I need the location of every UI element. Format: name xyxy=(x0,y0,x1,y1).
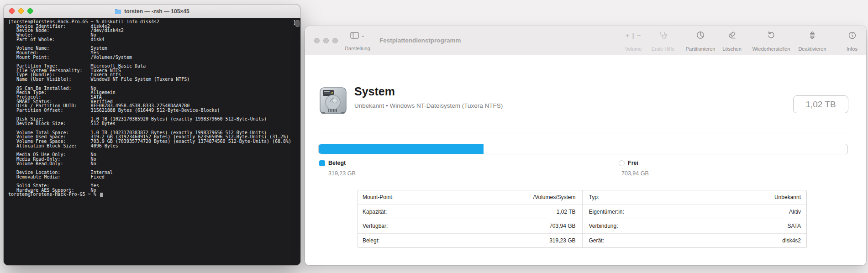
free-legend-value: 703,94 GB xyxy=(621,170,649,177)
terminal-output: [torsten@Torstens-Hack-Pro-G5 ~ % diskut… xyxy=(4,18,300,192)
disk-utility-window: ⌄ Darstellung Festplattendienstprogramm … xyxy=(305,26,866,265)
toolbar-first-aid-button[interactable]: Erste Hilfe xyxy=(647,31,679,52)
chevron-down-icon: ⌄ xyxy=(361,32,365,38)
restore-arrow-icon xyxy=(767,31,775,39)
toolbar-info-button[interactable]: Infos xyxy=(841,31,863,52)
usage-bar-fill xyxy=(319,144,484,154)
terminal-scrollbar[interactable] xyxy=(295,20,300,27)
row-value: Unbekannt xyxy=(774,194,801,200)
row-value: /Volumes/System xyxy=(533,194,576,200)
row-value: 703,94 GB xyxy=(549,223,575,229)
table-row: Verbindung: SATA xyxy=(583,219,807,234)
toolbar-erase-button[interactable]: Löschen xyxy=(718,31,746,52)
used-legend-value: 319,23 GB xyxy=(328,170,356,177)
divider xyxy=(319,133,849,133)
plus-minus-volume-icon: + | − xyxy=(625,31,641,39)
table-row: Eigentümer:in: Aktiv xyxy=(583,205,807,220)
volume-info-table: Mount-Point: /Volumes/System Kapazität: … xyxy=(358,190,807,248)
terminal-prompt: torsten@Torstens-Hack-Pro-G5 ~ % xyxy=(8,192,99,197)
terminal-title-text: torsten — -zsh — 105×45 xyxy=(124,8,189,15)
toolbar-restore-button[interactable]: Wiederherstellen xyxy=(746,31,796,52)
free-legend-swatch xyxy=(619,160,625,166)
usage-bar xyxy=(318,144,848,154)
used-legend-swatch xyxy=(319,160,325,166)
row-label: Gerät: xyxy=(589,237,604,244)
row-label: Verfügbar: xyxy=(363,223,388,229)
row-label: Kapazität: xyxy=(363,209,387,215)
zoom-button[interactable] xyxy=(332,38,338,43)
info-circle-icon xyxy=(848,31,856,39)
terminal-titlebar[interactable]: torsten — -zsh — 105×45 xyxy=(4,5,300,18)
toolbar-partition-button[interactable]: Partitionieren xyxy=(680,31,721,52)
view-button-label: Darstellung xyxy=(345,46,370,51)
row-label: Mount-Point: xyxy=(363,194,394,200)
table-row: Kapazität: 1,02 TB xyxy=(358,205,582,220)
table-row: Gerät: disk4s2 xyxy=(583,234,807,248)
table-row: Typ: Unbekannt xyxy=(583,190,807,205)
minimize-button[interactable] xyxy=(323,38,329,43)
toolbar-volume-button[interactable]: + | − Volume xyxy=(618,31,648,52)
table-row: Belegt: 319,23 GB xyxy=(358,234,582,248)
terminal-cursor xyxy=(100,193,103,197)
row-value: disk4s2 xyxy=(782,237,801,244)
view-button[interactable]: ⌄ Darstellung xyxy=(341,31,374,51)
eraser-icon xyxy=(727,31,736,39)
row-value: 1,02 TB xyxy=(557,209,576,215)
row-label: Belegt: xyxy=(363,237,379,244)
unmount-stack-icon xyxy=(808,31,816,39)
terminal-title: torsten — -zsh — 105×45 xyxy=(4,5,300,18)
folder-icon xyxy=(115,9,121,14)
sidebar-view-icon xyxy=(350,32,359,39)
pie-chart-icon xyxy=(696,31,705,39)
row-value: SATA xyxy=(787,223,801,229)
terminal-window: torsten — -zsh — 105×45 [torsten@Torsten… xyxy=(4,5,300,265)
terminal-prompt-line: torsten@Torstens-Hack-Pro-G5 ~ % xyxy=(4,192,300,197)
free-legend-label: Frei xyxy=(628,160,638,166)
disk-utility-content: System Unbekannt • Windows NT-Dateisyste… xyxy=(305,55,866,265)
toolbar-unmount-button[interactable]: Deaktivieren xyxy=(794,31,831,52)
row-value: 319,23 GB xyxy=(549,237,575,244)
window-title: Festplattendienstprogramm xyxy=(379,37,461,44)
row-label: Verbindung: xyxy=(589,223,618,229)
desktop: torsten — -zsh — 105×45 [torsten@Torsten… xyxy=(0,0,868,273)
table-row: Verfügbar: 703,94 GB xyxy=(358,219,582,234)
row-label: Eigentümer:in: xyxy=(589,209,624,215)
volume-subtitle: Unbekannt • Windows NT-Dateisystem (Tuxe… xyxy=(354,102,503,109)
close-button[interactable] xyxy=(314,38,320,43)
stethoscope-icon xyxy=(659,31,667,39)
hard-drive-icon xyxy=(319,86,347,115)
table-row: Mount-Point: /Volumes/System xyxy=(358,190,582,205)
used-legend-label: Belegt xyxy=(328,160,346,166)
capacity-badge: 1,02 TB xyxy=(793,95,848,113)
volume-name: System xyxy=(354,85,395,98)
terminal-content[interactable]: [torsten@Torstens-Hack-Pro-G5 ~ % diskut… xyxy=(4,18,300,265)
row-label: Typ: xyxy=(589,194,600,200)
disk-utility-toolbar: ⌄ Darstellung Festplattendienstprogramm … xyxy=(305,26,866,56)
row-value: Aktiv xyxy=(789,209,801,215)
